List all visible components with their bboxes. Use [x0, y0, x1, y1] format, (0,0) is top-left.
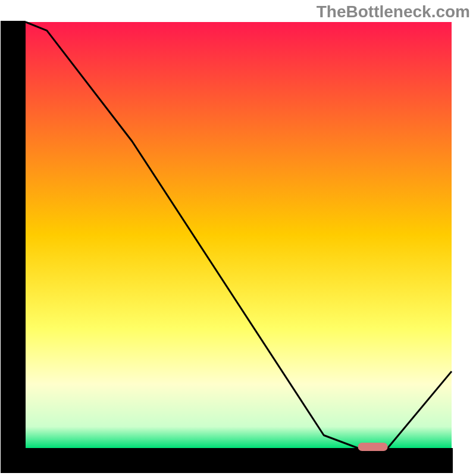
attribution-label: TheBottleneck.com: [317, 2, 470, 21]
chart-container: TheBottleneck.com: [0, 0, 476, 476]
bottleneck-chart: [0, 0, 476, 476]
optimal-zone-marker: [358, 443, 387, 451]
